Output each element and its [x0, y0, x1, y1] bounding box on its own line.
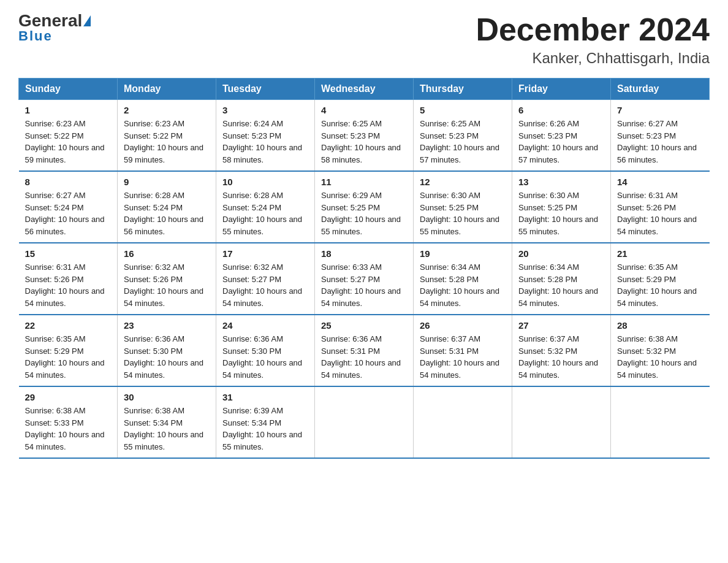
calendar-cell: 31 Sunrise: 6:39 AM Sunset: 5:34 PM Dayl…: [216, 386, 315, 458]
calendar-cell: 29 Sunrise: 6:38 AM Sunset: 5:33 PM Dayl…: [19, 386, 118, 458]
calendar-cell: 8 Sunrise: 6:27 AM Sunset: 5:24 PM Dayli…: [19, 171, 118, 243]
calendar-cell: [315, 386, 414, 458]
calendar-cell: 30 Sunrise: 6:38 AM Sunset: 5:34 PM Dayl…: [118, 386, 216, 458]
calendar-cell: 13 Sunrise: 6:30 AM Sunset: 5:25 PM Dayl…: [512, 171, 611, 243]
calendar-cell: 16 Sunrise: 6:32 AM Sunset: 5:26 PM Dayl…: [118, 243, 216, 315]
day-info: Sunrise: 6:34 AM Sunset: 5:28 PM Dayligh…: [420, 261, 506, 309]
weekday-header-wednesday: Wednesday: [315, 79, 414, 100]
page-title: December 2024: [476, 12, 710, 47]
calendar-cell: 23 Sunrise: 6:36 AM Sunset: 5:30 PM Dayl…: [118, 315, 216, 386]
weekday-header-tuesday: Tuesday: [216, 79, 315, 100]
day-number: 16: [124, 248, 210, 259]
day-number: 17: [222, 248, 308, 259]
calendar-cell: 19 Sunrise: 6:34 AM Sunset: 5:28 PM Dayl…: [414, 243, 512, 315]
logo-blue-text: Blue: [18, 28, 53, 44]
day-info: Sunrise: 6:38 AM Sunset: 5:32 PM Dayligh…: [617, 333, 703, 381]
day-number: 29: [25, 392, 112, 402]
day-info: Sunrise: 6:35 AM Sunset: 5:29 PM Dayligh…: [617, 261, 703, 309]
calendar-cell: 20 Sunrise: 6:34 AM Sunset: 5:28 PM Dayl…: [512, 243, 611, 315]
calendar-cell: 2 Sunrise: 6:23 AM Sunset: 5:22 PM Dayli…: [118, 100, 216, 172]
calendar-cell: 5 Sunrise: 6:25 AM Sunset: 5:23 PM Dayli…: [414, 100, 512, 172]
calendar-week-row: 22 Sunrise: 6:35 AM Sunset: 5:29 PM Dayl…: [19, 315, 710, 386]
day-info: Sunrise: 6:29 AM Sunset: 5:25 PM Dayligh…: [321, 190, 407, 237]
day-number: 28: [617, 320, 703, 331]
calendar-week-row: 29 Sunrise: 6:38 AM Sunset: 5:33 PM Dayl…: [19, 386, 710, 458]
calendar-cell: 10 Sunrise: 6:28 AM Sunset: 5:24 PM Dayl…: [216, 171, 315, 243]
day-number: 1: [25, 105, 112, 115]
calendar-cell: 6 Sunrise: 6:26 AM Sunset: 5:23 PM Dayli…: [512, 100, 611, 172]
day-number: 7: [617, 105, 703, 115]
title-block: December 2024 Kanker, Chhattisgarh, Indi…: [476, 12, 710, 67]
calendar-cell: 3 Sunrise: 6:24 AM Sunset: 5:23 PM Dayli…: [216, 100, 315, 172]
day-number: 18: [321, 248, 407, 259]
calendar-cell: 18 Sunrise: 6:33 AM Sunset: 5:27 PM Dayl…: [315, 243, 414, 315]
calendar-table: SundayMondayTuesdayWednesdayThursdayFrid…: [18, 78, 710, 459]
day-info: Sunrise: 6:32 AM Sunset: 5:27 PM Dayligh…: [222, 261, 308, 309]
day-number: 10: [222, 177, 308, 187]
calendar-week-row: 8 Sunrise: 6:27 AM Sunset: 5:24 PM Dayli…: [19, 171, 710, 243]
day-number: 20: [518, 248, 604, 259]
day-info: Sunrise: 6:25 AM Sunset: 5:23 PM Dayligh…: [321, 118, 407, 166]
calendar-cell: 15 Sunrise: 6:31 AM Sunset: 5:26 PM Dayl…: [19, 243, 118, 315]
day-info: Sunrise: 6:25 AM Sunset: 5:23 PM Dayligh…: [420, 118, 506, 166]
day-info: Sunrise: 6:37 AM Sunset: 5:32 PM Dayligh…: [518, 333, 604, 381]
calendar-cell: 7 Sunrise: 6:27 AM Sunset: 5:23 PM Dayli…: [611, 100, 710, 172]
weekday-header-thursday: Thursday: [414, 79, 512, 100]
day-info: Sunrise: 6:38 AM Sunset: 5:34 PM Dayligh…: [124, 405, 210, 453]
day-info: Sunrise: 6:38 AM Sunset: 5:33 PM Dayligh…: [25, 405, 112, 453]
day-number: 12: [420, 177, 506, 187]
day-info: Sunrise: 6:26 AM Sunset: 5:23 PM Dayligh…: [518, 118, 604, 166]
calendar-cell: 12 Sunrise: 6:30 AM Sunset: 5:25 PM Dayl…: [414, 171, 512, 243]
calendar-cell: 14 Sunrise: 6:31 AM Sunset: 5:26 PM Dayl…: [611, 171, 710, 243]
day-info: Sunrise: 6:35 AM Sunset: 5:29 PM Dayligh…: [25, 333, 112, 381]
day-number: 19: [420, 248, 506, 259]
calendar-cell: 25 Sunrise: 6:36 AM Sunset: 5:31 PM Dayl…: [315, 315, 414, 386]
calendar-cell: 22 Sunrise: 6:35 AM Sunset: 5:29 PM Dayl…: [19, 315, 118, 386]
day-number: 6: [518, 105, 604, 115]
day-number: 2: [124, 105, 210, 115]
day-number: 31: [222, 392, 308, 402]
weekday-header-friday: Friday: [512, 79, 611, 100]
calendar-header-row: SundayMondayTuesdayWednesdayThursdayFrid…: [19, 79, 710, 100]
calendar-cell: 17 Sunrise: 6:32 AM Sunset: 5:27 PM Dayl…: [216, 243, 315, 315]
day-info: Sunrise: 6:37 AM Sunset: 5:31 PM Dayligh…: [420, 333, 506, 381]
day-info: Sunrise: 6:30 AM Sunset: 5:25 PM Dayligh…: [420, 190, 506, 237]
day-info: Sunrise: 6:33 AM Sunset: 5:27 PM Dayligh…: [321, 261, 407, 309]
calendar-week-row: 1 Sunrise: 6:23 AM Sunset: 5:22 PM Dayli…: [19, 100, 710, 172]
logo: General Blue: [18, 12, 91, 44]
calendar-cell: 4 Sunrise: 6:25 AM Sunset: 5:23 PM Dayli…: [315, 100, 414, 172]
day-info: Sunrise: 6:24 AM Sunset: 5:23 PM Dayligh…: [222, 118, 308, 166]
day-number: 14: [617, 177, 703, 187]
day-info: Sunrise: 6:27 AM Sunset: 5:24 PM Dayligh…: [25, 190, 112, 237]
calendar-week-row: 15 Sunrise: 6:31 AM Sunset: 5:26 PM Dayl…: [19, 243, 710, 315]
calendar-cell: 21 Sunrise: 6:35 AM Sunset: 5:29 PM Dayl…: [611, 243, 710, 315]
page-header: General Blue December 2024 Kanker, Chhat…: [18, 12, 710, 67]
day-number: 24: [222, 320, 308, 331]
calendar-cell: 26 Sunrise: 6:37 AM Sunset: 5:31 PM Dayl…: [414, 315, 512, 386]
day-info: Sunrise: 6:31 AM Sunset: 5:26 PM Dayligh…: [617, 190, 703, 237]
calendar-cell: [611, 386, 710, 458]
day-number: 3: [222, 105, 308, 115]
day-number: 8: [25, 177, 112, 187]
day-number: 15: [25, 248, 112, 259]
day-number: 26: [420, 320, 506, 331]
day-number: 22: [25, 320, 112, 331]
day-info: Sunrise: 6:31 AM Sunset: 5:26 PM Dayligh…: [25, 261, 112, 309]
calendar-cell: 1 Sunrise: 6:23 AM Sunset: 5:22 PM Dayli…: [19, 100, 118, 172]
day-number: 27: [518, 320, 604, 331]
calendar-cell: 27 Sunrise: 6:37 AM Sunset: 5:32 PM Dayl…: [512, 315, 611, 386]
day-info: Sunrise: 6:39 AM Sunset: 5:34 PM Dayligh…: [222, 405, 308, 453]
day-number: 21: [617, 248, 703, 259]
day-info: Sunrise: 6:27 AM Sunset: 5:23 PM Dayligh…: [617, 118, 703, 166]
day-number: 23: [124, 320, 210, 331]
calendar-cell: 28 Sunrise: 6:38 AM Sunset: 5:32 PM Dayl…: [611, 315, 710, 386]
day-info: Sunrise: 6:23 AM Sunset: 5:22 PM Dayligh…: [25, 118, 112, 166]
logo-general-text: General: [18, 12, 82, 29]
day-number: 4: [321, 105, 407, 115]
day-info: Sunrise: 6:36 AM Sunset: 5:30 PM Dayligh…: [222, 333, 308, 381]
calendar-cell: [512, 386, 611, 458]
day-number: 25: [321, 320, 407, 331]
day-number: 30: [124, 392, 210, 402]
day-info: Sunrise: 6:36 AM Sunset: 5:31 PM Dayligh…: [321, 333, 407, 381]
calendar-cell: 24 Sunrise: 6:36 AM Sunset: 5:30 PM Dayl…: [216, 315, 315, 386]
